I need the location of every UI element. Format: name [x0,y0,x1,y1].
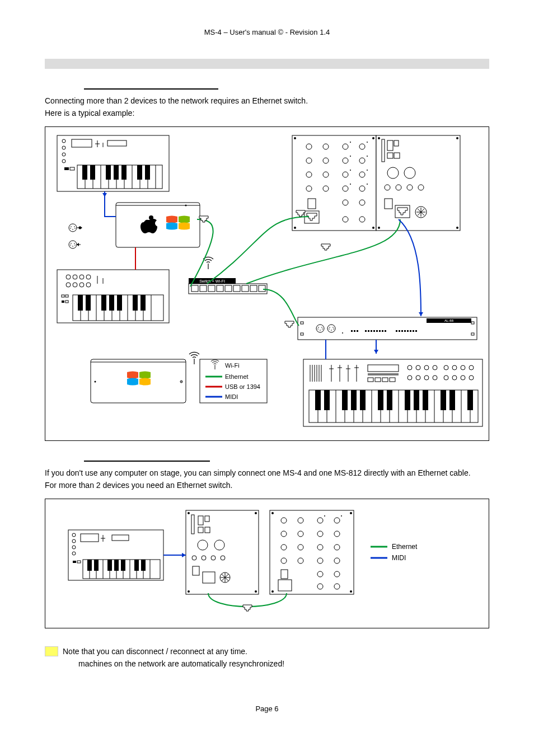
svg-rect-86 [259,285,265,292]
svg-rect-237 [351,390,357,410]
svg-point-95 [372,137,374,139]
svg-rect-159 [351,330,353,332]
svg-rect-234 [315,390,321,410]
laptop-windows [91,353,199,403]
svg-rect-84 [242,285,249,292]
controller-keyboard [303,359,483,426]
svg-point-100 [378,227,380,229]
svg-rect-176 [413,330,414,332]
svg-rect-160 [354,330,355,332]
svg-rect-280 [114,560,119,571]
svg-point-308 [271,512,274,514]
page-number: Page 6 [45,705,489,713]
svg-rect-334 [281,570,288,579]
svg-rect-335 [278,580,292,591]
svg-rect-83 [233,285,240,292]
svg-rect-55 [62,300,64,303]
svg-point-96 [378,137,380,139]
synth-ms4-d2 [68,530,163,580]
section1-text1: Connecting more than 2 devices to the ne… [45,96,489,107]
midi-out-icon [69,224,82,232]
svg-rect-70 [101,295,106,311]
svg-text:Ethernet: Ethernet [392,543,418,551]
svg-rect-241 [405,390,410,410]
svg-rect-235 [324,390,330,410]
svg-point-99 [372,227,374,229]
svg-rect-174 [407,330,409,332]
svg-point-332 [324,515,325,516]
svg-rect-236 [342,390,348,410]
svg-point-333 [341,515,342,516]
svg-point-127 [367,170,368,171]
svg-rect-194 [368,373,399,375]
svg-rect-163 [368,330,369,332]
svg-rect-93 [376,135,460,231]
svg-rect-172 [401,330,403,332]
svg-rect-169 [385,330,386,332]
svg-rect-29 [82,165,87,180]
svg-rect-81 [217,285,223,292]
svg-rect-171 [399,330,400,332]
legend-d2: Ethernet MIDI [371,543,418,562]
svg-point-287 [188,590,190,593]
svg-rect-73 [133,295,138,311]
svg-rect-173 [404,330,406,332]
svg-rect-277 [87,560,92,571]
svg-rect-35 [145,165,150,180]
svg-rect-245 [449,390,455,410]
svg-rect-161 [357,330,358,332]
svg-point-39 [149,215,153,220]
svg-point-288 [255,590,257,593]
network-diagram-small: Ethernet MIDI [45,499,489,628]
svg-rect-166 [376,330,378,332]
svg-point-128 [350,184,351,185]
svg-point-97 [456,137,458,139]
module-knobs-d2 [270,510,354,594]
svg-text:MIDI: MIDI [225,393,238,400]
network-diagram-large: Switch + WI-FI [45,126,489,441]
svg-point-94 [294,137,296,139]
module-ms812-d2-right [186,510,259,594]
svg-rect-165 [373,330,375,332]
svg-point-38 [185,205,187,206]
svg-text:MIDI: MIDI [392,554,406,562]
svg-rect-34 [137,165,142,180]
section2-text2: For more than 2 devices you need an Ethe… [45,480,489,491]
svg-rect-279 [107,560,112,571]
page-header: MS-4 – User's manual © - Revision 1.4 [45,28,489,36]
svg-rect-240 [387,390,392,410]
svg-point-285 [188,512,190,514]
svg-point-126 [350,170,351,171]
svg-rect-16 [64,167,69,170]
svg-rect-74 [140,295,146,311]
svg-rect-31 [106,165,111,180]
svg-point-101 [456,227,458,229]
svg-rect-300 [193,566,199,575]
rack-module-ms812 [292,135,460,231]
section-underline-1 [84,88,218,90]
network-switch: Switch + WI-FI [189,257,267,294]
svg-point-124 [350,156,351,157]
section2-text1: If you don't use any computer on stage, … [45,468,489,479]
svg-point-129 [367,184,368,185]
svg-rect-71 [109,295,114,311]
svg-rect-283 [141,560,146,571]
svg-text:Wi-Fi: Wi-Fi [225,362,240,369]
svg-point-309 [350,512,352,514]
svg-point-158 [342,332,343,334]
svg-rect-30 [90,165,95,180]
svg-rect-32 [114,165,119,180]
svg-rect-243 [423,390,428,410]
svg-rect-175 [410,330,411,332]
al88-module: AL-88 [298,317,477,340]
svg-rect-242 [414,390,419,410]
svg-rect-246 [467,390,473,410]
svg-rect-281 [121,560,125,571]
svg-rect-170 [396,330,397,332]
svg-point-91 [181,381,182,382]
svg-point-311 [350,590,352,593]
svg-point-89 [95,381,96,383]
svg-rect-177 [415,330,417,332]
svg-rect-143 [385,199,392,209]
synth-ms4-bottom [57,270,169,323]
